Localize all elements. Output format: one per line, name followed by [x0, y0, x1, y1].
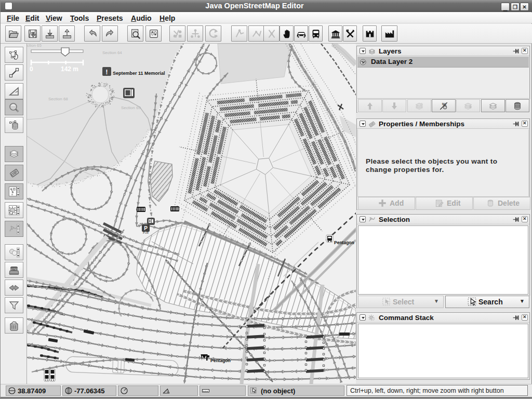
svg-text:Section 64: Section 64 — [102, 50, 122, 55]
svg-text:P+R: P+R — [143, 231, 149, 234]
svg-text:Section 68: Section 68 — [48, 97, 68, 101]
svg-text:142 m: 142 m — [61, 65, 78, 73]
svg-text:Pentagon: Pentagon — [334, 240, 354, 245]
svg-text:ction 65: ction 65 — [27, 44, 42, 48]
svg-text:Section 69: Section 69 — [121, 105, 141, 110]
svg-text:0: 0 — [30, 65, 33, 73]
svg-text:!: ! — [105, 68, 108, 76]
svg-text:P: P — [144, 225, 148, 231]
svg-text:Pentagon: Pentagon — [210, 358, 231, 363]
svg-text:September 11 Memorial: September 11 Memorial — [113, 71, 165, 76]
svg-text:NOTES: NOTES — [10, 268, 18, 270]
